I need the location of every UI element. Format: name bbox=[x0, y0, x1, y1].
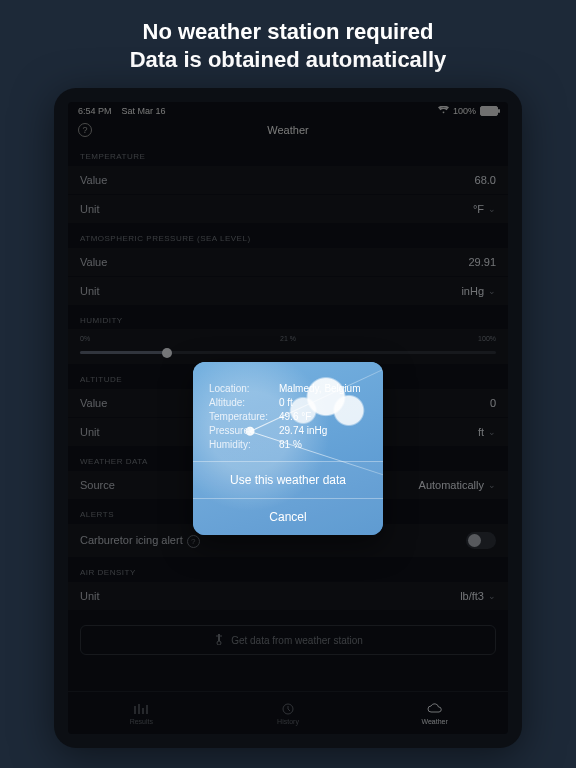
help-icon[interactable]: ? bbox=[187, 535, 200, 548]
row-label: Unit bbox=[80, 285, 100, 297]
get-station-data-button[interactable]: Get data from weather station bbox=[80, 625, 496, 655]
slider-min: 0% bbox=[80, 335, 90, 342]
row-value: °F bbox=[473, 203, 484, 215]
modal-location-label: Location: bbox=[209, 383, 279, 394]
section-temperature: TEMPERATURE bbox=[68, 142, 508, 165]
modal-pressure-label: Pressure: bbox=[209, 425, 279, 436]
nav-bar: ? Weather bbox=[68, 118, 508, 142]
row-label: Value bbox=[80, 174, 107, 186]
row-label: Source bbox=[80, 479, 115, 491]
tab-label: History bbox=[277, 718, 299, 725]
modal-altitude-label: Altitude: bbox=[209, 397, 279, 408]
row-label: Value bbox=[80, 397, 107, 409]
row-label: Unit bbox=[80, 590, 100, 602]
modal-temperature-label: Temperature: bbox=[209, 411, 279, 422]
promo-line1: No weather station required bbox=[0, 18, 576, 46]
pressure-value-row[interactable]: Value 29.91 bbox=[68, 247, 508, 277]
section-humidity: HUMIDITY bbox=[68, 306, 508, 329]
tab-bar: Results History Weather bbox=[68, 691, 508, 734]
row-value: 29.91 bbox=[468, 256, 496, 268]
section-pressure: ATMOSPHERIC PRESSURE (SEA LEVEL) bbox=[68, 224, 508, 247]
wifi-icon bbox=[438, 106, 449, 116]
tab-history[interactable]: History bbox=[215, 692, 362, 734]
row-value: lb/ft3 bbox=[460, 590, 484, 602]
chevron-down-icon: ⌄ bbox=[488, 286, 496, 296]
cancel-button[interactable]: Cancel bbox=[193, 498, 383, 535]
battery-icon bbox=[480, 106, 498, 116]
weather-data-modal: Location:Malmedy, Belgium Altitude:0 ft … bbox=[193, 362, 383, 535]
modal-altitude-value: 0 ft bbox=[279, 397, 293, 408]
status-date: Sat Mar 16 bbox=[122, 106, 166, 116]
airdensity-unit-row[interactable]: Unit lb/ft3⌄ bbox=[68, 581, 508, 611]
row-value: Automatically bbox=[419, 479, 484, 491]
page-title: Weather bbox=[267, 124, 308, 136]
row-label: Unit bbox=[80, 203, 100, 215]
tab-label: Weather bbox=[422, 718, 448, 725]
promo-text: No weather station required Data is obta… bbox=[0, 0, 576, 87]
humidity-slider[interactable]: 0% 21 % 100% bbox=[68, 329, 508, 365]
tab-results[interactable]: Results bbox=[68, 692, 215, 734]
modal-humidity-value: 81 % bbox=[279, 439, 302, 450]
modal-body: Location:Malmedy, Belgium Altitude:0 ft … bbox=[193, 362, 383, 461]
chevron-down-icon: ⌄ bbox=[488, 427, 496, 437]
help-icon[interactable]: ? bbox=[78, 123, 92, 137]
row-value: ft bbox=[478, 426, 484, 438]
slider-track[interactable] bbox=[80, 351, 496, 354]
pressure-unit-row[interactable]: Unit inHg⌄ bbox=[68, 277, 508, 306]
status-battery-pct: 100% bbox=[453, 106, 476, 116]
modal-temperature-value: 49.6 °F bbox=[279, 411, 311, 422]
station-icon bbox=[213, 633, 225, 647]
use-weather-data-button[interactable]: Use this weather data bbox=[193, 461, 383, 498]
row-value: 68.0 bbox=[475, 174, 496, 186]
slider-thumb[interactable] bbox=[162, 348, 172, 358]
slider-fill bbox=[80, 351, 167, 354]
button-label: Get data from weather station bbox=[231, 635, 363, 646]
modal-location-value: Malmedy, Belgium bbox=[279, 383, 361, 394]
chevron-down-icon: ⌄ bbox=[488, 480, 496, 490]
status-bar: 6:54 PM Sat Mar 16 100% bbox=[68, 102, 508, 118]
promo-line2: Data is obtained automatically bbox=[0, 46, 576, 74]
svg-point-1 bbox=[217, 641, 221, 645]
row-value: 0 bbox=[490, 397, 496, 409]
status-time: 6:54 PM bbox=[78, 106, 112, 116]
screen: 6:54 PM Sat Mar 16 100% ? Weather TEMPER… bbox=[68, 102, 508, 734]
slider-max: 100% bbox=[478, 335, 496, 342]
temperature-unit-row[interactable]: Unit °F⌄ bbox=[68, 195, 508, 224]
temperature-value-row[interactable]: Value 68.0 bbox=[68, 165, 508, 195]
tab-weather[interactable]: Weather bbox=[361, 692, 508, 734]
slider-mid: 21 % bbox=[280, 335, 296, 342]
row-label: Carburetor icing alert bbox=[80, 534, 183, 546]
tab-label: Results bbox=[130, 718, 153, 725]
row-value: inHg bbox=[461, 285, 484, 297]
icing-alert-toggle[interactable] bbox=[466, 532, 496, 549]
chevron-down-icon: ⌄ bbox=[488, 204, 496, 214]
chevron-down-icon: ⌄ bbox=[488, 591, 496, 601]
row-label: Value bbox=[80, 256, 107, 268]
svg-rect-0 bbox=[218, 634, 220, 641]
row-label: Unit bbox=[80, 426, 100, 438]
modal-humidity-label: Humidity: bbox=[209, 439, 279, 450]
section-air-density: AIR DENSITY bbox=[68, 558, 508, 581]
modal-pressure-value: 29.74 inHg bbox=[279, 425, 327, 436]
ipad-frame: 6:54 PM Sat Mar 16 100% ? Weather TEMPER… bbox=[54, 88, 522, 748]
